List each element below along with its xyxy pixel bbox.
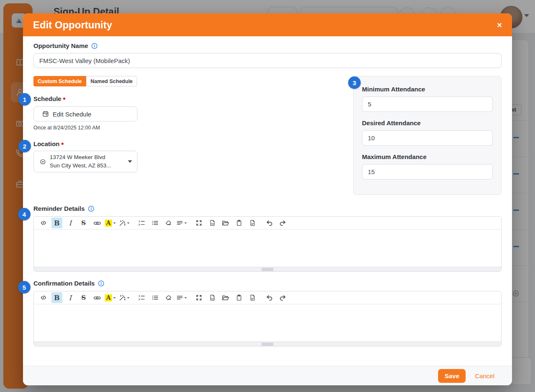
svg-text:1: 1 (138, 295, 140, 297)
bold-icon[interactable]: B (51, 292, 62, 303)
eraser-icon[interactable] (163, 217, 174, 228)
link-icon[interactable] (92, 292, 102, 303)
svg-text:TXT: TXT (211, 223, 214, 225)
location-pin-icon (40, 159, 46, 165)
paragraph-align-icon[interactable] (176, 217, 187, 228)
required-asterisk: ● (63, 95, 66, 101)
italic-icon[interactable]: I (65, 292, 76, 303)
info-icon[interactable] (98, 280, 104, 287)
cancel-button[interactable]: Cancel (475, 372, 494, 379)
modal-title: Edit Opportunity (33, 19, 112, 31)
tab-named-schedule[interactable]: Named Schedule (86, 76, 138, 86)
text-color-icon[interactable]: A (105, 292, 116, 303)
modal-body: Opportunity Name Custom Schedule Named S… (23, 36, 512, 366)
text-color-icon[interactable]: A (105, 217, 116, 228)
expand-icon[interactable] (194, 217, 204, 228)
redo-icon[interactable] (278, 292, 288, 303)
ordered-list-icon[interactable]: 12 (136, 292, 147, 303)
paste-as-text-icon[interactable]: TXT (207, 292, 218, 303)
svg-text:2: 2 (138, 298, 140, 301)
expand-icon[interactable] (194, 292, 204, 303)
info-icon[interactable] (91, 43, 98, 49)
italic-icon[interactable]: I (65, 217, 76, 228)
link-icon[interactable] (92, 217, 102, 228)
open-folder-icon[interactable] (220, 292, 231, 303)
code-view-icon[interactable] (38, 292, 49, 303)
step-badge-3: 3 (348, 76, 361, 89)
bold-icon[interactable]: B (51, 217, 62, 228)
redo-icon[interactable] (278, 217, 288, 228)
strikethrough-icon[interactable]: S (78, 292, 89, 303)
opportunity-name-input[interactable] (33, 53, 502, 68)
svg-text:2: 2 (138, 223, 140, 226)
open-folder-icon[interactable] (220, 217, 231, 228)
strikethrough-icon[interactable]: S (78, 217, 89, 228)
unordered-list-icon[interactable] (150, 217, 160, 228)
edit-schedule-button[interactable]: Edit Schedule (33, 106, 138, 121)
modal-footer: Save Cancel (23, 366, 512, 385)
attendance-card: Minimum Attendance Desired Attendance Ma… (353, 76, 502, 195)
confirmation-details-editor: B I S A 12 TXT (33, 291, 502, 346)
desired-attendance-input[interactable] (362, 130, 493, 146)
location-value: 13724 W Meeker BlvdSun City West, AZ 853… (50, 153, 124, 169)
reminder-details-label: Reminder Details (33, 205, 94, 212)
magic-wand-icon[interactable] (119, 217, 130, 228)
minimum-attendance-label: Minimum Attendance (362, 86, 493, 93)
editor-resize-handle[interactable] (34, 267, 501, 271)
svg-text:1: 1 (138, 220, 140, 223)
minimum-attendance-input[interactable] (362, 96, 493, 112)
unordered-list-icon[interactable] (150, 292, 160, 303)
chevron-down-icon (128, 160, 132, 163)
edit-opportunity-modal: Edit Opportunity × Opportunity Name Cust… (23, 13, 512, 385)
clipboard-icon[interactable] (234, 292, 245, 303)
svg-text:TXT: TXT (211, 298, 214, 300)
desired-attendance-label: Desired Attendance (362, 119, 493, 126)
modal-header: Edit Opportunity × (23, 13, 512, 36)
editor-toolbar: B I S A 12 TXT (34, 291, 501, 304)
maximum-attendance-input[interactable] (362, 164, 493, 180)
document-icon[interactable] (247, 217, 258, 228)
info-icon[interactable] (88, 205, 94, 212)
step-badge-5: 5 (18, 281, 31, 293)
confirmation-details-content[interactable] (34, 304, 501, 341)
opportunity-name-label: Opportunity Name (33, 42, 98, 49)
reminder-details-content[interactable] (34, 230, 501, 267)
document-icon[interactable] (247, 292, 258, 303)
editor-toolbar: B I S A 12 TXT (34, 217, 501, 230)
paragraph-align-icon[interactable] (176, 292, 187, 303)
magic-wand-icon[interactable] (119, 292, 130, 303)
undo-icon[interactable] (264, 217, 275, 228)
step-badge-1: 1 (18, 93, 31, 106)
ordered-list-icon[interactable]: 12 (136, 217, 147, 228)
code-view-icon[interactable] (38, 217, 49, 228)
step-badge-2: 2 (18, 140, 31, 152)
step-badge-4: 4 (18, 208, 31, 220)
schedule-type-tabs: Custom Schedule Named Schedule (33, 76, 137, 86)
calendar-icon (42, 111, 49, 117)
clipboard-icon[interactable] (234, 217, 245, 228)
close-icon[interactable]: × (497, 21, 502, 29)
maximum-attendance-label: Maximum Attendance (362, 153, 493, 160)
required-asterisk: ● (61, 140, 64, 147)
editor-resize-handle[interactable] (34, 341, 501, 346)
undo-icon[interactable] (264, 292, 275, 303)
paste-as-text-icon[interactable]: TXT (207, 217, 218, 228)
eraser-icon[interactable] (163, 292, 174, 303)
location-dropdown[interactable]: 13724 W Meeker BlvdSun City West, AZ 853… (33, 151, 138, 172)
save-button[interactable]: Save (438, 369, 466, 383)
confirmation-details-label: Confirmation Details (33, 280, 104, 287)
reminder-details-editor: B I S A 12 TXT (33, 216, 502, 272)
tab-custom-schedule[interactable]: Custom Schedule (33, 76, 86, 86)
